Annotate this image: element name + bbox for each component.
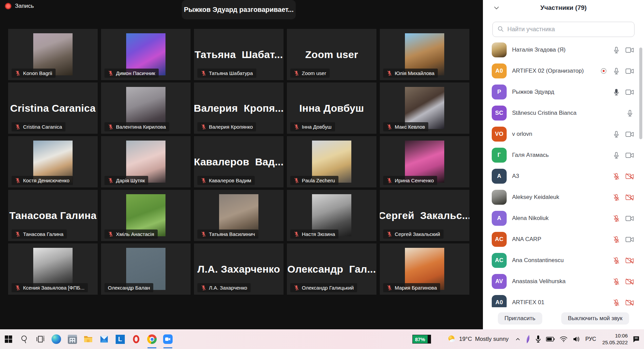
participants-header: Участники (79) (483, 0, 644, 16)
mic-on-icon (612, 46, 620, 54)
pen-icon[interactable] (525, 334, 531, 344)
search-input[interactable] (507, 26, 630, 33)
weather-icon (447, 335, 456, 344)
battery-widget[interactable]: 87% (412, 335, 431, 344)
participant-avatar: AC (492, 253, 507, 268)
taskbar-file-explorer-button[interactable] (83, 334, 93, 344)
tile-name-text: Л.А. Захарченко (209, 285, 247, 291)
participant-row[interactable]: A A3 (483, 166, 644, 187)
video-tile[interactable]: Настя Зюзина (287, 190, 376, 241)
taskbar-start-button[interactable] (3, 334, 14, 344)
participant-row[interactable]: Г Галя Атамась (483, 145, 644, 166)
taskbar-edge-button[interactable] (51, 334, 61, 344)
taskbar-task-view-button[interactable] (35, 334, 45, 344)
video-tile[interactable]: Дарія Шутяк (101, 136, 191, 187)
video-tile[interactable]: Олександр Балан (101, 243, 191, 295)
tile-name-label: Димон Пасичник (104, 69, 159, 78)
tile-name-text: Татьяна Василинич (209, 231, 255, 237)
participant-row[interactable]: A Alena Nikoliuk (483, 208, 644, 229)
active-speaker-text: Рыжков Эдуард разговаривает... (184, 6, 293, 14)
notifications-icon[interactable] (632, 335, 640, 343)
panel-footer: Пригласить Выключить мой звук (483, 307, 644, 329)
tile-name-label: Ксения Завьялова [ФПБ... (12, 283, 88, 292)
muted-mic-icon (15, 124, 21, 130)
participant-search[interactable] (492, 22, 635, 37)
video-tile[interactable]: Танасова Галина Танасова Галина (8, 190, 98, 241)
video-tile[interactable]: Cristina Caranica Cristina Caranica (8, 82, 98, 134)
mic-active-icon (612, 88, 620, 96)
taskbar-opera-button[interactable] (131, 334, 141, 344)
recording-dot-icon (5, 3, 12, 10)
video-tile[interactable]: Л.А. Захарченко Л.А. Захарченко (194, 243, 284, 295)
invite-button[interactable]: Пригласить (498, 312, 542, 325)
participant-row[interactable]: AC ANA CARP (483, 229, 644, 250)
taskbar-mail-button[interactable] (99, 334, 109, 344)
tray-battery-icon[interactable] (546, 337, 555, 342)
video-tile[interactable]: Хміль Анастасія (101, 190, 191, 241)
tile-name-label: Paula Zecheru (290, 176, 338, 185)
participant-row[interactable]: P Рыжков Эдуард (483, 81, 644, 103)
weather-widget[interactable]: 19°C Mostly sunny (447, 335, 509, 344)
panel-scrollbar[interactable] (639, 48, 642, 139)
participant-avatar: P (492, 85, 507, 99)
mic-on-icon (612, 130, 620, 138)
video-tile[interactable]: Макс Кевлов (380, 82, 469, 134)
taskbar-l-app-button[interactable]: L (115, 334, 125, 344)
recording-indicator[interactable]: Запись (5, 3, 34, 10)
muted-mic-icon (108, 231, 114, 237)
video-tile[interactable]: Димон Пасичник (101, 29, 191, 80)
video-tile[interactable]: Татьяна Василинич (194, 190, 284, 241)
participant-row[interactable]: A0 ARTIFEX 01 (483, 292, 644, 307)
video-tile[interactable]: Костя Денисюченко (8, 136, 98, 187)
video-tile[interactable]: Ксения Завьялова [ФПБ... (8, 243, 98, 295)
camera-on-icon (625, 131, 634, 138)
video-tile[interactable]: Zoom user Zoom user (287, 29, 376, 80)
video-grid: Konon Bagrii Димон Пасичник Татьяна Шаба… (8, 29, 469, 295)
muted-mic-icon (387, 124, 392, 130)
participant-row[interactable]: AV Anastasia Velihurska (483, 271, 644, 292)
video-tile[interactable]: Інна Довбуш Інна Довбуш (287, 82, 376, 134)
video-tile[interactable]: Валентина Кирилова (101, 82, 191, 134)
tile-name-label: Ирина Сенченко (383, 176, 437, 185)
muted-mic-icon (387, 70, 392, 76)
mute-my-audio-button[interactable]: Выключить мой звук (561, 312, 629, 325)
taskbar-app-grid-button[interactable] (67, 334, 77, 344)
taskbar-search-button[interactable] (19, 334, 30, 344)
video-tile[interactable]: Paula Zecheru (287, 136, 376, 187)
tile-name-label: Татьяна Шабатура (197, 69, 256, 78)
muted-mic-icon (201, 285, 207, 291)
tile-name-text: Димон Пасичник (116, 70, 155, 76)
video-tile[interactable]: Ирина Сенченко (380, 136, 469, 187)
tile-name-label: Костя Денисюченко (12, 176, 73, 185)
participant-row[interactable]: VO v orlovn (483, 124, 644, 145)
video-tile[interactable]: Олександр Гал... Олександр Галицький (287, 243, 376, 295)
tile-name-text: Ирина Сенченко (395, 178, 434, 183)
collapse-chevron-icon[interactable] (493, 4, 500, 11)
participant-status-icons (612, 236, 634, 243)
tray-mic-icon[interactable] (535, 335, 541, 343)
tray-volume-icon[interactable] (572, 336, 581, 343)
participant-row[interactable]: SC Stănescu Cristina Bianca (483, 103, 644, 124)
tray-chevron-up-icon[interactable] (515, 336, 521, 342)
tile-name-label: Олександр Балан (104, 283, 153, 292)
camera-off-icon (625, 194, 634, 201)
language-indicator[interactable]: РУС (585, 336, 596, 342)
video-tile[interactable]: Юлія Михайлова (380, 29, 469, 80)
participant-row[interactable]: Aleksey Keidaleuk (483, 187, 644, 208)
video-tile[interactable]: Сергей Закальс... Сергей Закальский (380, 190, 469, 241)
participant-status-icons (612, 257, 634, 264)
video-tile[interactable]: Мария Братинова (380, 243, 469, 295)
taskbar-zoom-button[interactable] (163, 334, 173, 344)
participant-row[interactable]: A0 ARTIFEX 02 (Организатор) (483, 60, 644, 81)
participant-row[interactable]: Наталія Згадова (Я) (483, 39, 644, 60)
clock-widget[interactable]: 10:06 25.05.2022 (602, 332, 628, 346)
video-tile[interactable]: Валерия Кропя... Валерия Кропянко (194, 82, 284, 134)
video-tile[interactable]: Konon Bagrii (8, 29, 98, 80)
video-tile[interactable]: Татьяна Шабат... Татьяна Шабатура (194, 29, 284, 80)
video-tile[interactable]: Кавалеров Вад... Кавалеров Вадим (194, 136, 284, 187)
taskbar-chrome-button[interactable] (147, 334, 157, 344)
tile-name-text: Paula Zecheru (302, 178, 335, 183)
participant-row[interactable]: AC Ana Constantinescu (483, 250, 644, 271)
mic-muted-icon (612, 257, 620, 264)
tray-wifi-icon[interactable] (560, 336, 568, 342)
